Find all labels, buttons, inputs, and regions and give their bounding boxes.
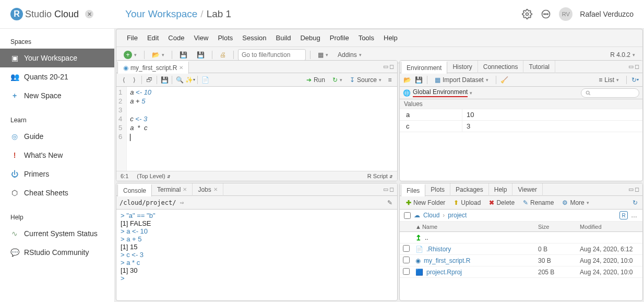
refresh-env-icon[interactable]: ↻▾	[631, 76, 639, 84]
env-tab-connections[interactable]: Connections	[478, 61, 524, 73]
files-tab-packages[interactable]: Packages	[450, 183, 489, 196]
maximize-icon[interactable]: ◻	[635, 186, 639, 193]
console-pane: ConsoleTerminal✕Jobs✕▭◻ /cloud/project/ …	[116, 183, 398, 301]
load-workspace-icon[interactable]: 📂	[403, 76, 411, 84]
save-icon[interactable]: 💾	[160, 76, 169, 84]
files-tab-viewer[interactable]: Viewer	[512, 183, 542, 196]
sidebar-item-cheatsheets[interactable]: ⬡ Cheat Sheets	[0, 183, 114, 202]
more-button[interactable]: ⚙More▾	[559, 198, 592, 208]
file-row[interactable]: 📄.Rhistory0 BAug 24, 2020, 6:12	[400, 243, 642, 255]
files-tab-files[interactable]: Files	[401, 184, 425, 196]
env-search-input[interactable]	[581, 88, 639, 98]
console-output[interactable]: > "a" == "b"[1] FALSE> a <- 10> a + 5[1]…	[116, 210, 397, 300]
console-path-dropdown[interactable]: ⇨	[178, 199, 186, 207]
minimize-icon[interactable]: ▭	[383, 63, 388, 70]
maximize-icon[interactable]: ◻	[389, 186, 394, 193]
file-row-up[interactable]: ↥..	[400, 232, 642, 243]
code-editor[interactable]: 123456 a <- 10a + 5c <- 3a * c	[116, 87, 397, 171]
sidebar-item-quants[interactable]: 👥 Quants 20-21	[0, 67, 114, 86]
user-name-label: Rafael Verduzco	[580, 10, 634, 18]
svg-point-0	[526, 13, 529, 16]
minimize-icon[interactable]: ▭	[383, 186, 388, 193]
settings-gear-icon[interactable]	[521, 8, 533, 20]
delete-button[interactable]: ✖Delete	[486, 198, 518, 208]
close-icon[interactable]: ✕	[213, 187, 218, 192]
outline-icon[interactable]: ≡	[386, 76, 394, 84]
compile-icon[interactable]: 📄	[201, 76, 209, 84]
minimize-icon[interactable]: ▭	[628, 63, 634, 70]
sidebar-item-status[interactable]: ∿ Current System Status	[0, 224, 114, 243]
sidebar-section-spaces: Spaces	[0, 34, 114, 49]
maximize-icon[interactable]: ◻	[635, 63, 639, 70]
clear-console-icon[interactable]: ✎	[386, 199, 394, 207]
file-checkbox[interactable]	[403, 268, 410, 275]
env-tab-environment[interactable]: Environment	[401, 61, 447, 74]
env-scope-selector[interactable]: 🌐 Global Environment ▾	[403, 88, 472, 97]
plus-icon: +	[10, 91, 19, 100]
file-type-icon: 🟦	[415, 269, 423, 276]
forward-icon[interactable]: ⟩	[130, 76, 138, 84]
file-type-selector[interactable]: R Script ⇵	[367, 173, 393, 179]
files-tab-help[interactable]: Help	[489, 183, 513, 196]
source-tab[interactable]: ◉ my_first_script.R ✕	[117, 61, 189, 74]
run-button[interactable]: ➔Run	[303, 75, 328, 85]
file-checkbox[interactable]	[403, 245, 410, 252]
console-tab-jobs[interactable]: Jobs✕	[193, 183, 223, 196]
refresh-files-icon[interactable]: ↻	[631, 199, 639, 207]
source-pane: ◉ my_first_script.R ✕ ▭◻ ⟨ ⟩ 🗗 💾 🔍 ✨▾	[116, 60, 398, 181]
minimize-icon[interactable]: ▭	[628, 186, 634, 193]
up-arrow-icon: ↥	[415, 234, 422, 242]
new-folder-button[interactable]: ✚New Folder	[403, 198, 448, 208]
file-row[interactable]: ◉my_first_script.R30 BAug 24, 2020, 10:0	[400, 255, 642, 266]
scope-selector[interactable]: (Top Level) ⇵	[137, 173, 170, 179]
chat-icon: 💬	[10, 248, 19, 257]
more-menu-icon[interactable]	[540, 8, 552, 20]
more-path-icon[interactable]: …	[630, 211, 638, 219]
sidebar-item-community[interactable]: 💬 RStudio Community	[0, 243, 114, 262]
file-checkbox[interactable]	[403, 257, 410, 263]
col-modified[interactable]: Modified	[580, 224, 642, 230]
file-row[interactable]: 🟦project.Rproj205 BAug 24, 2020, 10:0	[400, 266, 642, 278]
col-name[interactable]: ▲ Name	[415, 224, 538, 230]
source-button[interactable]: ↧Source▾	[347, 75, 385, 85]
list-view-button[interactable]: ≡ List▾	[595, 75, 622, 85]
wand-icon[interactable]: ✨▾	[186, 76, 194, 84]
select-all-checkbox[interactable]	[404, 212, 411, 219]
show-in-new-icon[interactable]: 🗗	[145, 76, 153, 84]
rerun-button[interactable]: ↻▾	[329, 75, 345, 85]
r-logo-icon: 🌐	[403, 89, 411, 97]
env-tab-tutorial[interactable]: Tutorial	[523, 61, 555, 73]
path-project-link[interactable]: project	[448, 212, 467, 219]
upload-button[interactable]: ⬆Upload	[450, 198, 484, 208]
env-row[interactable]: a10	[400, 109, 642, 121]
sidebar-item-guide[interactable]: ◎ Guide	[0, 127, 114, 146]
back-icon[interactable]: ⟨	[120, 76, 128, 84]
svg-point-2	[544, 14, 545, 15]
import-dataset-button[interactable]: ▦Import Dataset▾	[432, 75, 492, 85]
path-cloud-link[interactable]: Cloud	[423, 212, 439, 219]
breadcrumb: Your Workspace / Lab 1	[115, 8, 521, 20]
r-project-icon[interactable]: R	[619, 211, 628, 219]
sidebar-item-whats-new[interactable]: ! What's New	[0, 146, 114, 165]
close-icon[interactable]: ✕	[183, 187, 187, 192]
env-tab-history[interactable]: History	[447, 61, 478, 73]
save-workspace-icon[interactable]: 💾	[414, 76, 423, 84]
breadcrumb-workspace-link[interactable]: Your Workspace	[125, 8, 197, 20]
status-icon: ∿	[10, 229, 19, 238]
close-tab-icon[interactable]: ✕	[179, 65, 183, 71]
col-size[interactable]: Size	[538, 224, 580, 230]
user-avatar[interactable]: RV	[559, 7, 573, 21]
console-tab-terminal[interactable]: Terminal✕	[152, 183, 193, 196]
sidebar-item-primers[interactable]: ⏻ Primers	[0, 165, 114, 183]
console-tab-console[interactable]: Console	[117, 184, 152, 196]
rename-button[interactable]: ✎Rename	[520, 198, 557, 208]
clear-env-icon[interactable]: 🧹	[500, 76, 509, 84]
collapse-sidebar-icon[interactable]: ✕	[85, 10, 93, 18]
files-tab-plots[interactable]: Plots	[425, 183, 450, 196]
sidebar-item-new-space[interactable]: + New Space	[0, 86, 114, 105]
sidebar-item-workspace[interactable]: ▣ Your Workspace	[0, 49, 114, 67]
left-sidebar: Spaces ▣ Your Workspace 👥 Quants 20-21 +…	[0, 29, 115, 302]
maximize-icon[interactable]: ◻	[389, 63, 394, 70]
find-icon[interactable]: 🔍	[175, 76, 184, 84]
env-row[interactable]: c3	[400, 121, 642, 132]
